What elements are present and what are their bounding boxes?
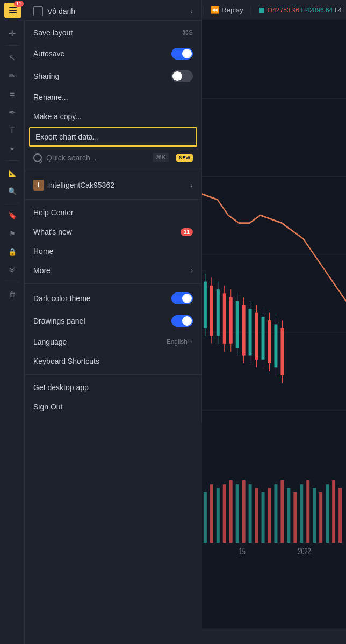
flag-icon[interactable]: ⚑ (4, 225, 21, 242)
language-right: English › (167, 338, 193, 346)
pen-icon[interactable]: ✒ (4, 104, 21, 121)
user-avatar: I (33, 180, 44, 191)
dark-theme-label: Dark color theme (33, 294, 171, 303)
eye-icon[interactable]: 👁 (4, 261, 21, 279)
svg-rect-116 (223, 484, 226, 543)
topbar-left: 11 (4, 3, 21, 18)
svg-rect-125 (280, 480, 284, 543)
help-center-item[interactable]: Help Center (25, 203, 201, 222)
keyboard-shortcuts-label: Keyboard Shortcuts (33, 357, 193, 365)
svg-rect-127 (293, 492, 297, 543)
measure-icon[interactable]: 📐 (4, 164, 21, 181)
bookmark-icon[interactable]: 🔖 (4, 207, 21, 224)
divider-3: | (250, 4, 253, 16)
menu-button[interactable]: 11 (4, 3, 21, 18)
replay-button[interactable]: ⏪ Replay (211, 6, 243, 14)
svg-rect-119 (242, 480, 246, 543)
svg-rect-124 (274, 484, 277, 543)
svg-text:2022: 2022 (298, 547, 311, 556)
sign-out-label: Sign Out (33, 402, 193, 411)
save-layout-item[interactable]: Save layout ⌘S (25, 23, 201, 42)
user-name: intelligentCak95362 (48, 181, 186, 189)
drawings-panel-toggle[interactable] (171, 315, 193, 327)
language-item[interactable]: Language English › (25, 332, 201, 352)
node-icon[interactable]: ✦ (4, 140, 21, 157)
save-layout-label: Save layout (33, 28, 182, 37)
rename-item[interactable]: Rename... (25, 87, 201, 107)
user-arrow: › (190, 181, 193, 189)
text-icon[interactable]: T (4, 122, 21, 139)
export-chart-label: Export chart data... (35, 133, 191, 141)
whats-new-item[interactable]: What's new 11 (25, 222, 201, 241)
quick-search-item[interactable]: Quick search... ⌘K NEW (25, 148, 201, 167)
zoom-icon[interactable]: 🔍 (4, 182, 21, 200)
autosave-item[interactable]: Autosave (25, 42, 201, 65)
home-label: Home (33, 247, 193, 255)
left-sidebar: ✛ ↖ ✏ ≡ ✒ T ✦ 📐 🔍 🔖 ⚑ 🔒 👁 🗑 (0, 20, 25, 644)
make-copy-item[interactable]: Make a copy... (25, 107, 201, 126)
user-profile-item[interactable]: I intelligentCak95362 › (25, 174, 201, 196)
price-low: L4 (335, 6, 342, 14)
separator-4 (25, 374, 201, 375)
svg-rect-118 (236, 484, 239, 543)
autosave-label: Autosave (33, 49, 171, 58)
svg-rect-128 (300, 484, 303, 543)
svg-rect-115 (217, 488, 220, 543)
drawings-panel-item[interactable]: Drawings panel (25, 310, 201, 332)
replay-label: Replay (221, 6, 243, 14)
make-copy-label: Make a copy... (33, 112, 193, 121)
price-open: O42753.96 (268, 6, 299, 14)
home-item[interactable]: Home (25, 241, 201, 261)
export-chart-item[interactable]: Export chart data... (29, 127, 197, 147)
brush-icon[interactable]: ✏ (4, 67, 21, 84)
dropdown-menu: Vô danh › Save layout ⌘S Autosave Sharin… (25, 0, 202, 423)
sidebar-divider-1 (5, 45, 20, 46)
separator-3 (25, 283, 201, 284)
crosshair-icon[interactable]: ✛ (4, 25, 21, 42)
price-high: H42896.64 (301, 6, 333, 14)
menu-badge: 11 (14, 1, 24, 7)
svg-text:15: 15 (239, 547, 246, 556)
trash-icon[interactable]: 🗑 (4, 286, 21, 303)
drawings-panel-label: Drawings panel (33, 317, 171, 325)
more-item[interactable]: More › (25, 261, 201, 280)
get-desktop-item[interactable]: Get desktop app (25, 378, 201, 397)
svg-rect-122 (262, 492, 265, 543)
whats-new-label: What's new (33, 228, 181, 236)
help-center-label: Help Center (33, 208, 193, 217)
hamburger-icon (9, 7, 17, 13)
sidebar-divider-2 (5, 160, 20, 161)
autosave-toggle[interactable] (171, 48, 193, 60)
separator-1 (25, 171, 201, 171)
cursor-icon[interactable]: ↖ (4, 49, 21, 66)
svg-rect-120 (249, 484, 252, 543)
search-icon (33, 153, 42, 162)
lines-icon[interactable]: ≡ (4, 85, 21, 103)
svg-rect-133 (332, 480, 335, 543)
language-value: English (167, 338, 188, 346)
menu-header-checkbox[interactable] (33, 6, 43, 16)
sign-out-item[interactable]: Sign Out (25, 397, 201, 416)
dark-theme-toggle[interactable] (171, 292, 193, 304)
svg-rect-113 (204, 492, 207, 543)
menu-header-title: Vô danh (47, 7, 186, 16)
lock-icon[interactable]: 🔒 (4, 243, 21, 260)
keyboard-shortcuts-item[interactable]: Keyboard Shortcuts (25, 352, 201, 371)
replay-icon: ⏪ (211, 6, 219, 14)
svg-rect-134 (338, 488, 342, 543)
dark-theme-item[interactable]: Dark color theme (25, 287, 201, 310)
menu-header: Vô danh › (25, 0, 201, 21)
svg-rect-114 (210, 484, 213, 543)
sidebar-divider-3 (5, 203, 20, 203)
sharing-toggle[interactable] (171, 70, 193, 82)
separator-2 (25, 199, 201, 200)
svg-rect-131 (319, 492, 322, 543)
sharing-item[interactable]: Sharing (25, 65, 201, 87)
whats-new-badge: 11 (181, 228, 193, 236)
quick-search-shortcut: ⌘K (153, 153, 169, 162)
svg-rect-126 (287, 488, 290, 543)
svg-rect-130 (313, 488, 316, 543)
quick-search-label: Quick search... (46, 153, 148, 162)
new-badge: NEW (176, 154, 193, 162)
sharing-label: Sharing (33, 72, 171, 80)
